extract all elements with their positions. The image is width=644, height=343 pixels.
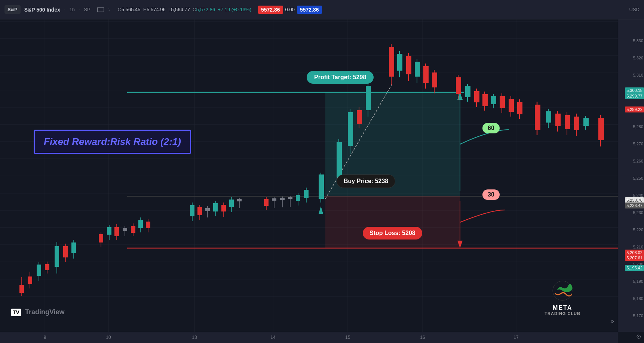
svg-rect-75 (229, 200, 234, 207)
price-5289: 5,289.22 (625, 106, 644, 112)
svg-rect-47 (63, 246, 68, 257)
tradingview-logo: TV TradingView (11, 308, 65, 316)
svg-rect-57 (123, 228, 127, 231)
svg-rect-134 (555, 114, 561, 126)
svg-rect-130 (535, 105, 540, 130)
price-zero: 0.00 (285, 7, 295, 12)
chart-svg (0, 19, 618, 332)
svg-rect-81 (272, 198, 276, 201)
title-box: Fixed Reward:Risk Ratio (2:1) (34, 130, 191, 154)
svg-rect-45 (55, 246, 59, 267)
stop-loss-label: Stop Loss: 5208 (363, 227, 422, 240)
price-5270: 5,270 (633, 142, 643, 146)
price-5330: 5,330 (633, 38, 643, 43)
date-10: 10 (106, 335, 111, 340)
svg-rect-77 (237, 199, 242, 201)
svg-rect-142 (598, 118, 604, 140)
tv-icon: TV (11, 309, 21, 316)
rr-up-badge: 60 (482, 123, 500, 133)
svg-rect-69 (205, 208, 210, 211)
price-5220: 5,220 (633, 228, 643, 232)
date-17: 17 (513, 335, 518, 340)
svg-rect-104 (397, 54, 402, 71)
exchange: SP (84, 7, 90, 12)
indicator-icon[interactable]: ≈ (108, 7, 110, 12)
svg-rect-53 (107, 227, 111, 235)
svg-rect-106 (406, 56, 411, 74)
svg-rect-63 (146, 222, 150, 228)
date-16: 16 (420, 335, 425, 340)
price-5320: 5,320 (633, 56, 643, 60)
profit-target-label: Profit Target: 5298 (307, 71, 374, 84)
price-5190: 5,190 (633, 279, 643, 284)
svg-rect-138 (574, 117, 579, 130)
chart-area: Fixed Reward:Risk Ratio (2:1) Profit Tar… (0, 19, 618, 332)
symbol-name: S&P 500 Index (24, 7, 60, 13)
price-5195: 5,195.42 (625, 265, 644, 271)
buy-price-label: Buy Price: 5238 (337, 174, 395, 188)
price-5280: 5,280 (633, 124, 643, 129)
date-14: 14 (270, 335, 275, 340)
meta-logo-svg (549, 280, 576, 303)
current-prices: 5572.86 0.00 5572.86 (258, 6, 322, 14)
svg-rect-102 (389, 47, 394, 77)
svg-rect-94 (337, 142, 342, 177)
svg-rect-59 (131, 226, 135, 233)
svg-rect-122 (491, 96, 496, 104)
price-5230: 5,230 (633, 210, 643, 215)
svg-rect-112 (432, 72, 437, 87)
price-5208b: 5,207.61 (625, 255, 644, 261)
price-5170: 5,170 (633, 313, 643, 318)
svg-rect-110 (423, 66, 429, 83)
svg-rect-43 (45, 264, 49, 270)
svg-rect-41 (37, 265, 41, 276)
symbol-badge: S&P (4, 5, 21, 14)
date-13: 13 (192, 335, 197, 340)
bottom-axis: 9 10 13 14 15 16 17 (0, 332, 618, 343)
meta-logo-text: META TRADING CLUB (545, 304, 580, 316)
svg-rect-55 (114, 227, 119, 236)
date-15: 15 (345, 335, 350, 340)
svg-rect-89 (304, 190, 309, 198)
bar-style-icon[interactable] (97, 7, 104, 12)
svg-rect-61 (138, 220, 143, 228)
settings-icon[interactable]: ⊙ (636, 333, 641, 340)
svg-rect-118 (474, 91, 479, 102)
price-5238b: 5,238.47 (625, 203, 644, 208)
date-9: 9 (44, 335, 46, 340)
svg-rect-136 (565, 115, 570, 129)
rr-down-badge: 30 (482, 189, 500, 200)
meta-trading-club-logo: META TRADING CLUB (545, 280, 580, 316)
price-5300b: 5,299.77 (625, 93, 644, 99)
svg-rect-120 (482, 94, 488, 106)
svg-rect-30 (325, 196, 460, 248)
svg-rect-39 (28, 276, 32, 284)
price-red: 5572.86 (258, 6, 283, 14)
svg-rect-87 (296, 195, 300, 201)
chart-container: S&P S&P 500 Index · 1h · SP ≈ O5,565.45 … (0, 0, 644, 343)
top-bar: S&P S&P 500 Index · 1h · SP ≈ O5,565.45 … (0, 0, 644, 19)
currency-label: USD (629, 7, 640, 12)
ohlc-display: O5,565.45 H5,574.96 L5,564.77 C5,572.86 … (118, 7, 251, 12)
price-axis: 5,330 5,320 5,310 5,300.18 5,299.77 5,28… (618, 19, 644, 332)
expand-button[interactable]: » (610, 317, 614, 325)
svg-rect-51 (99, 234, 103, 242)
svg-rect-126 (509, 99, 514, 112)
svg-rect-140 (583, 118, 589, 126)
price-5210: 5,210 (633, 245, 643, 249)
svg-rect-128 (517, 102, 522, 114)
svg-rect-100 (366, 86, 371, 110)
svg-rect-124 (500, 96, 505, 108)
svg-rect-116 (465, 86, 470, 97)
price-5300a: 5,300.18 (625, 87, 644, 93)
svg-rect-83 (280, 198, 285, 200)
svg-rect-49 (71, 242, 76, 253)
svg-rect-85 (288, 197, 292, 199)
price-5180: 5,180 (633, 296, 643, 301)
price-5250: 5,250 (633, 176, 643, 180)
svg-rect-96 (348, 112, 353, 146)
svg-rect-91 (319, 174, 324, 199)
timeframe: 1h (69, 7, 74, 12)
price-5310: 5,310 (633, 73, 643, 77)
svg-rect-37 (19, 285, 24, 293)
